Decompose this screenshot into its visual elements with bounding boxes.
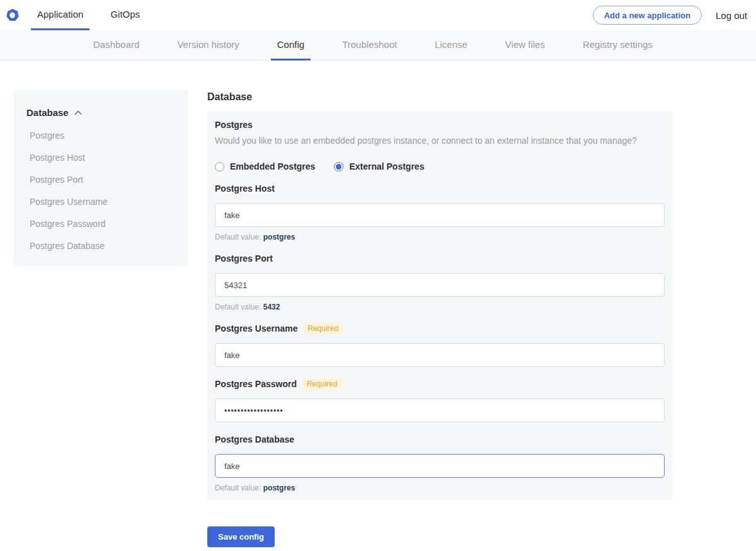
field-postgres-username-label: Postgres Username <box>215 323 298 334</box>
radio-external-postgres[interactable]: External Postgres <box>334 161 424 171</box>
app-subnav: Dashboard Version history Config Trouble… <box>0 30 756 61</box>
config-group-card: Postgres Would you like to use an embedd… <box>207 111 672 500</box>
save-config-button[interactable]: Save config <box>207 526 275 547</box>
field-postgres-database: Postgres Database Default value: postgre… <box>215 433 665 492</box>
postgres-host-default: Default value: postgres <box>215 233 665 241</box>
radio-embedded-postgres[interactable]: Embedded Postgres <box>215 161 315 171</box>
top-navbar: Application GitOps Add a new application… <box>0 0 756 30</box>
subnav-item-view-files-label: View files <box>505 39 545 50</box>
chevron-up-icon <box>74 110 82 115</box>
subnav-item-version-history-label: Version history <box>177 39 239 50</box>
field-postgres-password-label: Postgres Password <box>215 379 297 389</box>
sidebar-item-postgres-password[interactable]: Postgres Password <box>26 219 175 229</box>
default-label: Default value: <box>215 303 261 311</box>
postgres-password-input[interactable] <box>215 398 665 422</box>
sidebar-item-postgres-host[interactable]: Postgres Host <box>26 153 175 163</box>
field-postgres-database-label: Postgres Database <box>215 434 294 444</box>
default-value: postgres <box>263 233 295 241</box>
postgres-username-input[interactable] <box>215 343 665 367</box>
page-title: Database <box>207 91 672 102</box>
subnav-item-config[interactable]: Config <box>271 30 311 61</box>
field-postgres-host-label: Postgres Host <box>215 183 275 194</box>
field-postgres-host: Postgres Host Default value: postgres <box>215 182 665 241</box>
subnav-item-view-files[interactable]: View files <box>499 30 551 61</box>
postgres-port-default: Default value: 5432 <box>215 303 665 311</box>
field-postgres-port-label: Postgres Port <box>215 253 273 264</box>
required-badge: Required <box>302 378 342 390</box>
sidebar-group-database[interactable]: Database <box>26 107 175 118</box>
postgres-port-input[interactable] <box>215 273 665 297</box>
group-help-text: Would you like to use an embedded postgr… <box>215 136 665 146</box>
config-main: Database Postgres Would you like to use … <box>207 91 672 547</box>
default-value: postgres <box>263 484 295 492</box>
subnav-item-dashboard-label: Dashboard <box>93 39 139 50</box>
subnav-item-registry-settings-label: Registry settings <box>583 39 653 50</box>
field-postgres-password: Postgres Password Required <box>215 378 665 422</box>
sidebar-item-postgres-port[interactable]: Postgres Port <box>26 175 175 185</box>
radio-embedded-postgres-circle[interactable] <box>215 162 224 171</box>
default-label: Default value: <box>215 484 261 492</box>
tab-application[interactable]: Application <box>31 0 89 30</box>
sidebar-item-postgres-database[interactable]: Postgres Database <box>26 241 175 251</box>
config-page: Database Postgres Postgres Host Postgres… <box>0 61 756 551</box>
default-label: Default value: <box>215 233 261 241</box>
tab-gitops[interactable]: GitOps <box>104 0 146 30</box>
postgres-database-input[interactable] <box>215 454 665 478</box>
tab-application-label: Application <box>37 9 83 20</box>
group-name: Postgres <box>215 120 665 130</box>
subnav-item-license-label: License <box>435 39 467 50</box>
app-logo-icon[interactable] <box>6 9 19 21</box>
sidebar-group-database-label: Database <box>26 107 69 118</box>
add-application-button[interactable]: Add a new application <box>593 6 702 25</box>
tab-gitops-label: GitOps <box>110 9 140 20</box>
sidebar-item-postgres[interactable]: Postgres <box>26 130 175 141</box>
subnav-item-registry-settings[interactable]: Registry settings <box>576 30 659 61</box>
default-value: 5432 <box>263 303 280 311</box>
subnav-item-license[interactable]: License <box>428 30 474 61</box>
logout-link[interactable]: Log out <box>716 10 747 21</box>
radio-external-postgres-label: External Postgres <box>349 161 424 171</box>
header-tabs: Application GitOps <box>31 0 146 30</box>
postgres-host-input[interactable] <box>215 203 665 227</box>
radio-external-postgres-circle[interactable] <box>334 162 343 171</box>
field-postgres-username: Postgres Username Required <box>215 322 665 367</box>
subnav-item-troubleshoot[interactable]: Troubleshoot <box>336 30 403 61</box>
config-sidebar: Database Postgres Postgres Host Postgres… <box>14 90 188 266</box>
subnav-item-troubleshoot-label: Troubleshoot <box>342 39 397 50</box>
subnav-item-version-history[interactable]: Version history <box>171 30 245 61</box>
postgres-database-default: Default value: postgres <box>215 484 665 492</box>
field-postgres-port: Postgres Port Default value: 5432 <box>215 252 665 311</box>
postgres-type-radio-group: Embedded Postgres External Postgres <box>215 161 665 171</box>
subnav-item-dashboard[interactable]: Dashboard <box>87 30 146 61</box>
sidebar-item-postgres-username[interactable]: Postgres Username <box>26 197 175 207</box>
required-badge: Required <box>304 323 343 334</box>
subnav-item-config-label: Config <box>277 39 304 50</box>
sidebar-item-list: Postgres Postgres Host Postgres Port Pos… <box>26 130 175 251</box>
radio-embedded-postgres-label: Embedded Postgres <box>230 161 315 171</box>
